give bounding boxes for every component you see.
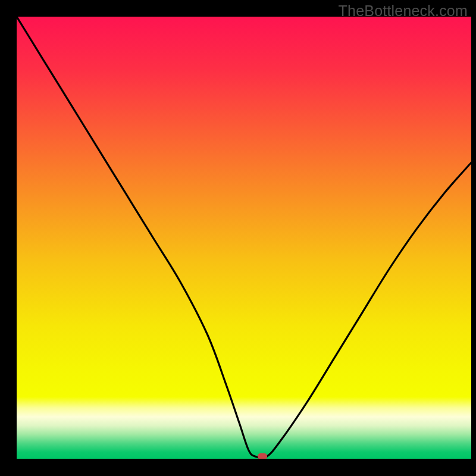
chart-frame: TheBottleneck.com: [0, 0, 476, 476]
optimal-point-marker: [258, 453, 267, 459]
watermark-text: TheBottleneck.com: [339, 2, 468, 20]
plot-area: [17, 17, 471, 459]
bottleneck-curve: [17, 17, 471, 459]
